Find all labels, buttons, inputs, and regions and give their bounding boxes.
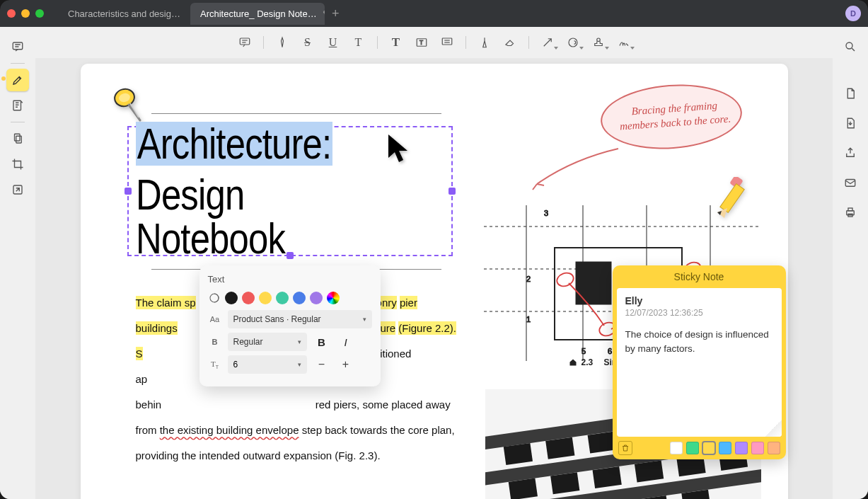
bold-button[interactable]: B [313,333,331,351]
close-window-button[interactable] [7,9,16,18]
share-button[interactable] [839,142,862,164]
note-color-orange[interactable] [768,442,780,454]
note-color-green[interactable] [686,442,699,454]
strikethrough-icon[interactable]: S [296,31,319,54]
file-button[interactable] [839,82,862,105]
eraser-icon[interactable] [499,31,521,54]
title-bar: Characteristics and desig… Architecture_… [0,0,868,27]
highlighter-tool[interactable] [6,69,29,91]
separator [528,36,529,49]
color-swatch-yellow[interactable] [259,292,272,304]
svg-rect-7 [15,134,21,141]
crop-tool[interactable] [6,153,29,176]
svg-text:3: 3 [544,209,548,217]
svg-rect-43 [719,184,743,213]
panel-title: Text [208,274,372,285]
arrow-tool-icon[interactable] [536,31,559,54]
sticky-content[interactable]: The choice of design is influenced by ma… [625,328,773,357]
signature-tool-icon[interactable] [613,31,635,54]
note-color-white[interactable] [670,442,683,454]
delete-note-button[interactable] [618,441,632,455]
title-line2: Design Notebook [136,173,389,260]
svg-text:1: 1 [526,315,531,323]
separator [263,36,264,49]
font-weight-select[interactable]: Regular [228,333,307,351]
trash-icon [621,444,630,452]
minimize-window-button[interactable] [21,9,30,18]
link-tool[interactable] [6,178,29,201]
note-tool[interactable] [6,94,29,117]
canvas[interactable]: Architecture: Design Notebook The claim … [35,58,833,499]
textbox-icon[interactable]: T [410,31,433,54]
color-swatch-black[interactable] [225,292,238,304]
callout-icon[interactable] [436,31,458,54]
svg-rect-69 [845,180,855,187]
comment-tool[interactable] [6,35,29,58]
note-color-pink[interactable] [751,442,764,454]
color-swatch-red[interactable] [242,292,255,304]
color-picker-icon[interactable] [208,292,221,304]
note-color-blue[interactable] [719,442,731,454]
italic-button[interactable]: I [337,333,355,351]
color-swatch-custom[interactable] [327,292,340,304]
color-swatch-blue[interactable] [293,292,306,304]
mail-button[interactable] [839,171,862,194]
sticky-author: Elly [625,295,773,306]
share-icon [844,147,857,159]
svg-text:2: 2 [526,275,531,283]
pen-icon[interactable] [271,31,294,54]
weight-label-icon: B [208,338,222,346]
pages-tool[interactable] [6,127,29,150]
tab-inactive[interactable]: Characteristics and desig… [58,3,190,25]
resize-handle[interactable] [449,188,456,195]
top-toolbar: S U T T T [35,27,833,58]
decrease-size-button[interactable]: − [313,355,331,374]
maximize-window-button[interactable] [35,9,44,18]
stamp-tool-icon[interactable] [587,31,610,54]
svg-rect-15 [442,38,452,45]
svg-text:6: 6 [608,347,612,355]
sticky-note-header[interactable]: Sticky Note [613,265,786,288]
text-format-panel[interactable]: Text Aa Product Sans · Regular [199,265,381,386]
increase-size-button[interactable]: + [337,355,355,374]
print-button[interactable] [839,201,862,224]
color-row [208,292,372,304]
svg-rect-3 [13,101,21,110]
print-icon [844,206,857,219]
sticky-note[interactable]: Sticky Note Elly 12/07/2023 12:36:25 The… [613,265,786,459]
svg-point-68 [846,42,852,49]
svg-rect-31 [576,262,611,304]
search-button[interactable] [839,35,862,58]
underline-icon[interactable]: U [322,31,345,54]
color-swatch-purple[interactable] [310,292,323,304]
squiggle-icon[interactable]: T [347,31,370,54]
mail-icon [844,176,857,189]
shape-tool-icon[interactable] [562,31,584,54]
sticky-timestamp: 12/07/2023 12:36:25 [625,308,773,318]
title-rule [151,113,441,114]
comment-icon[interactable] [233,31,256,54]
annotation-bubble[interactable]: Bracing the framing members back to the … [601,85,742,163]
note-color-purple[interactable] [735,442,748,454]
svg-rect-59 [592,466,621,488]
sticky-note-body: Elly 12/07/2023 12:36:25 The choice of d… [617,288,782,437]
title-line1: Architecture: [136,122,332,166]
font-family-select[interactable]: Product Sans · Regular [228,310,372,328]
resize-handle[interactable] [125,188,132,195]
separator [377,36,378,49]
svg-point-19 [596,38,600,42]
font-label-icon: Aa [208,315,222,323]
color-swatch-green[interactable] [276,292,289,304]
note-color-yellow[interactable] [702,442,715,454]
pencil-sticker[interactable] [710,177,753,226]
tab-bar: Characteristics and desig… Architecture_… [58,3,845,25]
marker-icon[interactable] [473,31,496,54]
font-size-input[interactable]: 6 [228,355,307,374]
file-icon [844,87,857,100]
export-button[interactable] [839,112,862,134]
add-tab-button[interactable]: + [325,6,347,21]
avatar[interactable]: D [845,6,861,21]
text-icon[interactable]: T [385,31,407,54]
tab-active[interactable]: Architecture_ Design Note… ✎ [190,3,325,25]
divider [11,63,25,64]
